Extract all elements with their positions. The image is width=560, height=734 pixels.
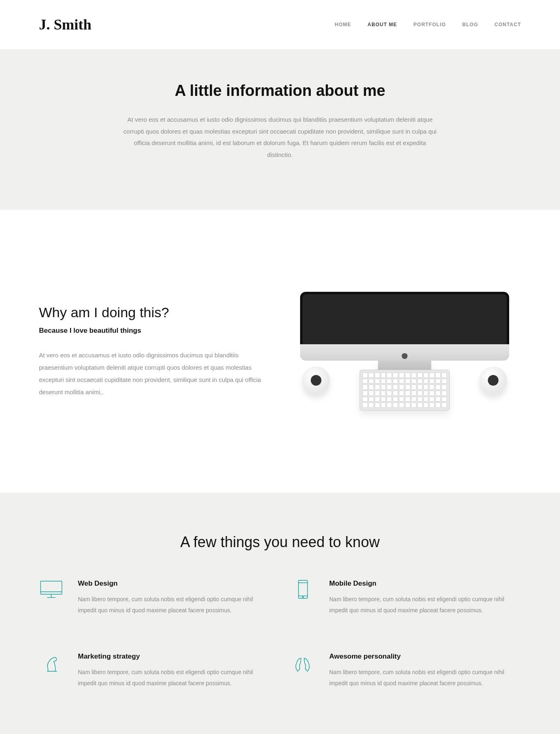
skill-marketing: Marketing strategy Nam libero tempore, c… xyxy=(39,652,270,689)
svg-point-7 xyxy=(303,597,304,598)
hero-title: A little information about me xyxy=(0,82,560,100)
skill-title: Marketing strategy xyxy=(78,652,270,661)
skills-grid: Web Design Nam libero tempore, cum solut… xyxy=(39,579,521,689)
site-header: J. Smith HOME ABOUT ME PORTFOLIO BLOG CO… xyxy=(0,0,560,49)
hero-body: At vero eos et accusamus et iusto odio d… xyxy=(122,114,438,161)
nav-contact[interactable]: CONTACT xyxy=(494,22,521,27)
monitor-icon xyxy=(300,292,509,349)
why-image xyxy=(288,292,521,411)
why-section: Why am I doing this? Because I love beau… xyxy=(0,210,560,493)
nav-home[interactable]: HOME xyxy=(335,22,351,27)
nav-blog[interactable]: BLOG xyxy=(462,22,478,27)
skill-body: Nam libero tempore, cum soluta nobis est… xyxy=(78,667,270,689)
skill-body: Nam libero tempore, cum soluta nobis est… xyxy=(329,667,521,689)
skill-mobile-design: Mobile Design Nam libero tempore, cum so… xyxy=(290,579,521,616)
skill-body: Nam libero tempore, cum soluta nobis est… xyxy=(78,594,270,616)
speaker-right-icon xyxy=(479,366,507,394)
apple-logo-icon xyxy=(402,353,407,359)
skill-body: Nam libero tempore, cum soluta nobis est… xyxy=(329,594,521,616)
nav-about[interactable]: ABOUT ME xyxy=(368,22,397,27)
why-title: Why am I doing this? xyxy=(39,305,272,320)
svg-rect-0 xyxy=(41,581,62,594)
why-text: Why am I doing this? Because I love beau… xyxy=(39,305,272,398)
phone-icon xyxy=(290,579,315,600)
skills-section: A few things you need to know Web Design… xyxy=(0,493,560,734)
nav-portfolio[interactable]: PORTFOLIO xyxy=(414,22,446,27)
profiles-icon xyxy=(290,652,315,673)
keyboard-icon xyxy=(360,370,450,411)
monitor-icon xyxy=(39,579,64,600)
why-body: At vero eos et accusamus et iusto odio d… xyxy=(39,349,272,398)
knight-icon xyxy=(39,652,64,673)
skill-web-design: Web Design Nam libero tempore, cum solut… xyxy=(39,579,270,616)
skill-title: Mobile Design xyxy=(329,579,521,588)
main-nav: HOME ABOUT ME PORTFOLIO BLOG CONTACT xyxy=(335,22,521,27)
speaker-left-icon xyxy=(302,366,330,394)
skill-personality: Awesome personality Nam libero tempore, … xyxy=(290,652,521,689)
skills-title: A few things you need to know xyxy=(39,534,521,551)
hero-section: A little information about me At vero eo… xyxy=(0,49,560,210)
skill-title: Awesome personality xyxy=(329,652,521,661)
desktop-illustration xyxy=(294,292,515,411)
skill-title: Web Design xyxy=(78,579,270,588)
logo[interactable]: J. Smith xyxy=(39,16,91,33)
why-subtitle: Because I love beautiful things xyxy=(39,327,272,335)
